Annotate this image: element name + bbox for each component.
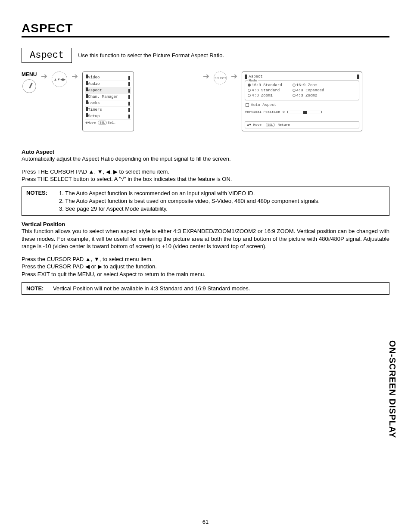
footer-move: Move [87, 121, 96, 124]
list-item: Locks [85, 100, 131, 107]
menu-dial-icon [22, 79, 36, 93]
slider-track-icon [287, 111, 322, 113]
auto-aspect-instr-2: Press THE SELECT button to select. A "√"… [22, 175, 389, 183]
auto-aspect-row: Auto Aspect [246, 103, 358, 107]
list-item: Video [85, 75, 131, 81]
vpos-instr-3: Press EXIT to quit the MENU, or select A… [22, 271, 389, 278]
mode-col-left: 16:9 Standard 4:3 Standard 4:3 Zoom1 [248, 83, 282, 98]
vpos-body: This function allows you to select when … [22, 227, 389, 250]
menu-button-graphic: MENU [22, 72, 37, 131]
header-row: Aspect Use this function to select the P… [22, 48, 389, 63]
mode-option: 16:9 Standard [252, 83, 282, 87]
auto-aspect-instr-1: Press THE CURSOR PAD ▲, ▼, ◀, ▶ to selec… [22, 168, 389, 176]
menu-item-label: Setup [88, 114, 100, 118]
page-title: ASPECT [22, 22, 389, 37]
osd-footer-hint: ✥Move SELSel. [85, 120, 131, 125]
menu-item-label: Chan. Manager [88, 95, 118, 99]
menu-item-label: Video [88, 75, 100, 80]
radio-icon [293, 94, 296, 97]
footer-move: Move [253, 123, 262, 127]
note-text: Vertical Position will not be available … [53, 285, 250, 292]
menu-item-label: Audio [88, 82, 100, 86]
checkbox-icon [246, 103, 249, 107]
footer-sel: Sel. [108, 121, 116, 124]
vpos-row: Vertical Position 0 [245, 110, 359, 114]
notes-box-1: NOTES: 1. The Auto Aspect function is re… [22, 187, 389, 216]
note-label: NOTE: [26, 285, 47, 292]
auto-aspect-label: Auto Aspect [251, 103, 276, 107]
sel-pill: SEL [98, 121, 107, 125]
vpos-value: 0 [283, 110, 285, 114]
radio-icon [248, 89, 251, 92]
cursor-pad-icon: ▲▼◀▶ [52, 72, 67, 87]
page-number: 61 [0, 519, 411, 525]
radio-icon [293, 84, 296, 87]
intro-text: Use this function to select the Picture … [78, 52, 224, 59]
sel-pill: SEL [266, 123, 275, 127]
note-item: 3. See page 29 for Aspect Mode availabil… [59, 205, 320, 213]
mode-col-right: 16:9 Zoom 4:3 Expanded 4:3 Zoom2 [293, 83, 324, 98]
osd-footer: ▲▼ Move SEL Return [245, 121, 359, 128]
mode-option: 4:3 Zoom2 [296, 93, 318, 98]
list-item: Aspect [85, 87, 131, 94]
list-item: Setup [85, 113, 131, 120]
aspect-box-label: Aspect [22, 48, 72, 63]
mode-option: 4:3 Expanded [296, 88, 324, 93]
list-item: Audio [85, 81, 131, 87]
radio-icon [248, 84, 251, 87]
arrow-icon: ➔ [72, 72, 78, 131]
mode-group: Mode 16:9 Standard 4:3 Standard 4:3 Zoom… [245, 81, 359, 100]
notes-label: NOTES: [26, 190, 54, 213]
list-item: Timers [85, 107, 131, 113]
radio-icon [293, 89, 296, 92]
list-item: Chan. Manager [85, 94, 131, 100]
footer-return: Return [277, 123, 290, 127]
osd-aspect-menu: Aspect Mode 16:9 Standard 4:3 Standard 4… [242, 72, 362, 131]
mode-option: 16:9 Zoom [296, 83, 318, 87]
auto-aspect-body: Automatically adjust the Aspect Ratio de… [22, 155, 389, 163]
menu-item-label: Aspect [88, 88, 102, 93]
side-tab: ON-SCREEN DISPLAY [387, 340, 397, 438]
menu-item-label: Timers [88, 108, 102, 112]
note-item: 2. The Auto Aspect function is best used… [59, 197, 320, 205]
vpos-instr-1: Press the CURSOR PAD ▲, ▼, to select men… [22, 255, 389, 263]
vpos-label: Vertical Position [245, 110, 280, 114]
radio-icon [248, 94, 251, 97]
arrow-icon: ➔ [41, 72, 47, 131]
vpos-instr-2: Press the CURSOR PAD ◀ or ▶ to adjust th… [22, 263, 389, 271]
notes-box-2: NOTE: Vertical Position will not be avai… [22, 282, 389, 295]
menu-label: MENU [22, 72, 37, 78]
osd-main-menu: Video Audio Aspect Chan. Manager Locks T… [82, 72, 134, 131]
vpos-heading: Vertical Position [22, 221, 389, 227]
auto-aspect-heading: Auto Aspect [22, 149, 389, 155]
menu-illustration-row: MENU ➔ ▲▼◀▶ ➔ Video Audio Aspect Chan. M… [22, 72, 389, 131]
note-item: 1. The Auto Aspect function is recommend… [59, 190, 320, 197]
slider-thumb-icon [303, 111, 307, 114]
mode-option: 4:3 Zoom1 [252, 93, 273, 98]
osd-title: Aspect [245, 75, 359, 79]
select-dial-icon: SELECT [214, 72, 227, 84]
arrow-icon: ➔ [231, 72, 237, 131]
notes-list: 1. The Auto Aspect function is recommend… [59, 190, 320, 213]
mode-option: 4:3 Standard [252, 88, 280, 93]
arrow-icon: ➔ [203, 72, 209, 131]
menu-item-label: Locks [88, 101, 100, 106]
mode-group-title: Mode [248, 78, 258, 82]
